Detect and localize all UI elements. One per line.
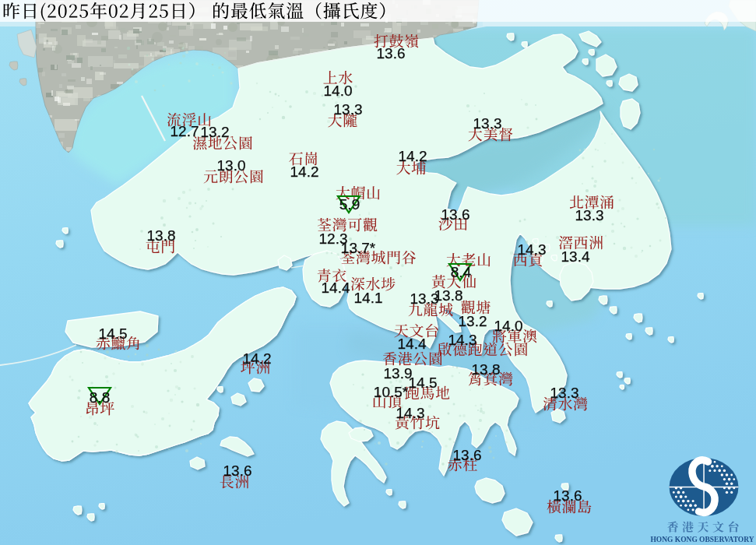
svg-text:13.0: 13.0 — [217, 157, 246, 174]
svg-text:13.6: 13.6 — [377, 45, 406, 62]
svg-text:14.4: 14.4 — [322, 280, 350, 296]
svg-text:5.9: 5.9 — [339, 196, 360, 213]
svg-text:13.7*: 13.7* — [341, 240, 376, 256]
svg-text:8.8: 8.8 — [90, 389, 110, 406]
svg-text:14.4: 14.4 — [398, 336, 427, 352]
svg-text:14.3: 14.3 — [518, 241, 547, 258]
svg-text:13.6: 13.6 — [453, 447, 482, 463]
svg-text:13.3: 13.3 — [575, 207, 604, 223]
svg-text:14.1: 14.1 — [354, 290, 383, 306]
svg-text:14.0: 14.0 — [494, 318, 523, 334]
svg-text:13.3: 13.3 — [473, 115, 502, 132]
svg-text:14.0: 14.0 — [324, 83, 353, 99]
svg-text:13.2: 13.2 — [201, 124, 230, 140]
svg-text:14.2: 14.2 — [399, 148, 427, 164]
svg-text:13.6: 13.6 — [441, 206, 470, 223]
svg-text:13.4: 13.4 — [561, 248, 590, 265]
svg-text:14.5: 14.5 — [99, 325, 128, 342]
svg-text:HONG KONG OBSERVATORY: HONG KONG OBSERVATORY — [651, 534, 754, 543]
svg-text:13.8: 13.8 — [147, 227, 176, 244]
svg-text:8.4: 8.4 — [451, 264, 472, 280]
svg-text:13.8: 13.8 — [472, 361, 501, 378]
svg-text:14.2: 14.2 — [290, 164, 319, 180]
svg-text:14.5: 14.5 — [409, 374, 438, 391]
svg-text:13.3: 13.3 — [550, 385, 579, 401]
svg-text:13.3: 13.3 — [410, 290, 439, 307]
svg-text:13.6: 13.6 — [223, 462, 252, 479]
svg-text:13.3: 13.3 — [334, 101, 363, 118]
svg-text:14.3: 14.3 — [448, 332, 477, 348]
svg-text:10.5*: 10.5* — [374, 384, 409, 400]
svg-text:14.3: 14.3 — [396, 405, 425, 421]
svg-text:12.7: 12.7 — [171, 123, 199, 139]
svg-text:14.2: 14.2 — [243, 350, 272, 367]
svg-text:13.2: 13.2 — [459, 313, 487, 329]
svg-text:13.6: 13.6 — [554, 487, 582, 504]
